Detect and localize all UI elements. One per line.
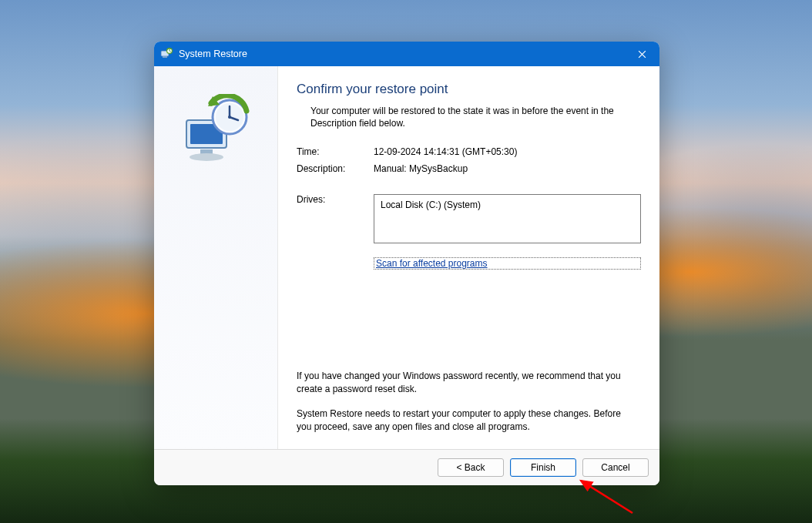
time-value: 12-09-2024 14:14:31 (GMT+05:30) [374,146,641,157]
wizard-content: Confirm your restore point Your computer… [278,66,659,449]
intro-text: Your computer will be restored to the st… [310,105,634,129]
drives-label: Drives: [297,194,374,205]
cancel-button[interactable]: Cancel [582,458,649,477]
window-title: System Restore [179,49,247,59]
time-label: Time: [297,146,374,157]
system-restore-icon [160,48,173,60]
system-restore-graphic-icon [177,94,254,171]
titlebar[interactable]: System Restore [154,42,659,66]
svg-line-12 [581,481,632,513]
password-note: If you have changed your Windows passwor… [297,370,636,396]
wizard-side-panel [154,66,278,449]
description-value: Manual: MySysBackup [374,163,641,174]
drives-listbox[interactable]: Local Disk (C:) (System) [374,194,641,243]
svg-point-6 [190,153,223,161]
desktop-wallpaper: System Restore [0,0,812,523]
back-button[interactable]: < Back [438,458,504,477]
svg-rect-1 [163,56,167,58]
page-heading: Confirm your restore point [297,82,641,97]
close-button[interactable] [624,42,659,66]
scan-affected-programs-link[interactable]: Scan for affected programs [374,257,641,270]
svg-point-11 [228,116,231,119]
restart-note: System Restore needs to restart your com… [297,407,636,434]
close-icon [638,50,646,59]
system-restore-dialog: System Restore [154,42,659,485]
finish-button[interactable]: Finish [510,458,576,477]
drive-item: Local Disk (C:) (System) [381,199,634,210]
wizard-button-row: < Back Finish Cancel [154,450,659,485]
description-label: Description: [297,163,374,174]
